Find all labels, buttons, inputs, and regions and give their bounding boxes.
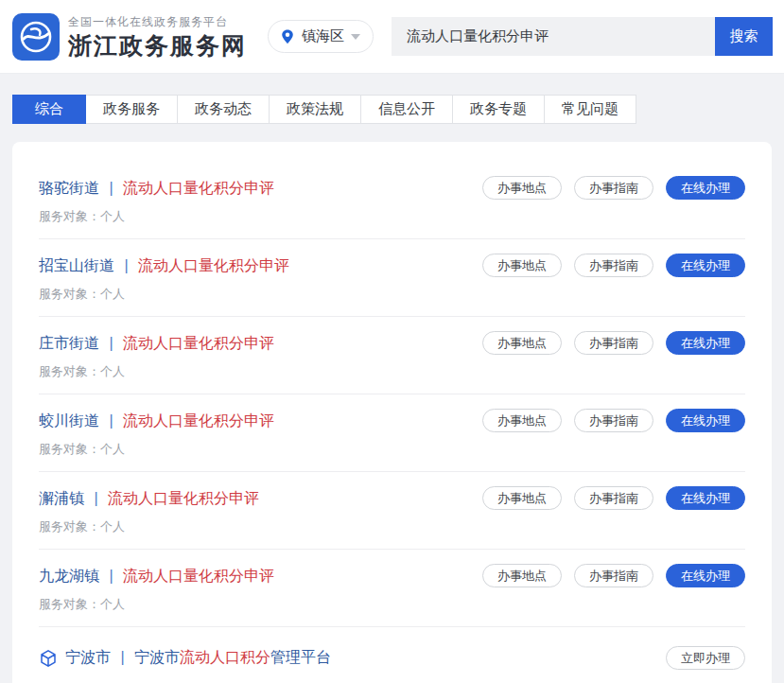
tab-government-news[interactable]: 政务动态 <box>177 95 270 124</box>
result-row: 庄市街道 | 流动人口量化积分申评 办事地点 办事指南 在线办理 服务对象：个人 <box>39 317 745 394</box>
service-name[interactable]: 流动人口量化积分申评 <box>108 490 259 506</box>
result-title-link[interactable]: 庄市街道 | 流动人口量化积分申评 <box>39 333 274 354</box>
title-separator: | <box>109 180 113 196</box>
site-header: 全国一体化在线政务服务平台 浙江政务服务网 镇海区 搜索 <box>0 0 784 74</box>
platform-row: 宁波市 | 宁波市流动人口积分管理平台 立即办理 <box>39 627 745 683</box>
service-target: 服务对象：个人 <box>39 286 745 303</box>
service-name[interactable]: 流动人口量化积分申评 <box>123 568 274 584</box>
service-guide-button[interactable]: 办事指南 <box>574 331 653 355</box>
service-name[interactable]: 流动人口量化积分申评 <box>123 412 274 429</box>
service-target: 服务对象：个人 <box>39 441 745 458</box>
platform-name-suffix[interactable]: 管理平台 <box>270 649 331 665</box>
service-target-value: 个人 <box>100 287 125 301</box>
result-title-link[interactable]: 招宝山街道 | 流动人口量化积分申评 <box>39 255 289 276</box>
platform-name-highlight[interactable]: 流动人口积分 <box>180 649 270 665</box>
area-name[interactable]: 蛟川街道 <box>39 412 99 429</box>
service-guide-button[interactable]: 办事指南 <box>574 409 653 432</box>
location-pin-icon <box>280 28 295 45</box>
service-guide-button[interactable]: 办事指南 <box>574 254 653 277</box>
service-name[interactable]: 流动人口量化积分申评 <box>123 180 274 196</box>
tab-special-topics[interactable]: 政务专题 <box>452 95 545 124</box>
service-target: 服务对象：个人 <box>39 363 745 380</box>
online-apply-button[interactable]: 在线办理 <box>666 176 745 200</box>
area-name[interactable]: 澥浦镇 <box>39 490 84 506</box>
service-target: 服务对象：个人 <box>39 518 745 535</box>
site-title: 浙江政务服务网 <box>68 33 247 60</box>
platform-name-prefix[interactable]: 宁波市 <box>134 649 180 665</box>
service-location-button[interactable]: 办事地点 <box>482 331 562 355</box>
result-row: 招宝山街道 | 流动人口量化积分申评 办事地点 办事指南 在线办理 服务对象：个… <box>39 239 745 317</box>
service-guide-button[interactable]: 办事指南 <box>574 486 653 510</box>
result-title-link[interactable]: 骆驼街道 | 流动人口量化积分申评 <box>39 178 274 199</box>
location-selector[interactable]: 镇海区 <box>268 20 374 53</box>
result-row: 蛟川街道 | 流动人口量化积分申评 办事地点 办事指南 在线办理 服务对象：个人 <box>39 394 745 472</box>
service-target-label: 服务对象： <box>39 597 100 611</box>
result-title-link[interactable]: 九龙湖镇 | 流动人口量化积分申评 <box>39 566 274 587</box>
tab-information-disclosure[interactable]: 信息公开 <box>360 95 453 124</box>
apply-now-button[interactable]: 立即办理 <box>666 646 745 670</box>
search-results-card: 骆驼街道 | 流动人口量化积分申评 办事地点 办事指南 在线办理 服务对象：个人… <box>12 142 772 683</box>
service-guide-button[interactable]: 办事指南 <box>574 564 653 587</box>
search-button[interactable]: 搜索 <box>715 17 773 56</box>
service-location-button[interactable]: 办事地点 <box>482 564 562 587</box>
result-row: 澥浦镇 | 流动人口量化积分申评 办事地点 办事指南 在线办理 服务对象：个人 <box>39 472 745 550</box>
online-apply-button[interactable]: 在线办理 <box>666 254 745 277</box>
area-name[interactable]: 骆驼街道 <box>39 180 99 196</box>
result-row: 九龙湖镇 | 流动人口量化积分申评 办事地点 办事指南 在线办理 服务对象：个人 <box>39 550 745 627</box>
platform-tagline: 全国一体化在线政务服务平台 <box>68 14 247 30</box>
service-target-label: 服务对象： <box>39 287 100 301</box>
service-guide-button[interactable]: 办事指南 <box>574 176 653 200</box>
title-separator: | <box>120 649 124 665</box>
title-separator: | <box>109 568 113 584</box>
service-name[interactable]: 流动人口量化积分申评 <box>123 335 274 351</box>
platform-city[interactable]: 宁波市 <box>65 649 111 665</box>
area-name[interactable]: 招宝山街道 <box>39 257 114 273</box>
service-location-button[interactable]: 办事地点 <box>482 409 562 432</box>
service-target-label: 服务对象： <box>39 364 100 378</box>
category-tabs: 综合 政务服务 政务动态 政策法规 信息公开 政务专题 常见问题 <box>12 95 772 124</box>
location-name: 镇海区 <box>302 27 344 45</box>
chevron-down-icon <box>351 34 360 40</box>
title-separator: | <box>109 412 113 429</box>
tab-comprehensive[interactable]: 综合 <box>12 95 86 124</box>
service-target-label: 服务对象： <box>39 442 100 456</box>
service-location-button[interactable]: 办事地点 <box>482 486 562 510</box>
search-input[interactable] <box>392 17 715 56</box>
result-title-link[interactable]: 蛟川街道 | 流动人口量化积分申评 <box>39 411 274 431</box>
service-target: 服务对象：个人 <box>39 596 745 613</box>
main-content: 综合 政务服务 政务动态 政策法规 信息公开 政务专题 常见问题 骆驼街道 | … <box>0 74 784 683</box>
title-separator: | <box>94 490 97 506</box>
area-name[interactable]: 庄市街道 <box>39 335 99 351</box>
online-apply-button[interactable]: 在线办理 <box>666 564 745 587</box>
tab-policies-regulations[interactable]: 政策法规 <box>269 95 361 124</box>
site-logo-icon <box>12 13 60 61</box>
online-apply-button[interactable]: 在线办理 <box>666 331 745 355</box>
tab-government-services[interactable]: 政务服务 <box>85 95 178 124</box>
service-target-label: 服务对象： <box>39 209 100 223</box>
service-location-button[interactable]: 办事地点 <box>482 176 562 200</box>
brand-text: 全国一体化在线政务服务平台 浙江政务服务网 <box>68 14 247 60</box>
platform-title-link[interactable]: 宁波市 | 宁波市流动人口积分管理平台 <box>65 648 331 668</box>
service-target-value: 个人 <box>100 364 125 378</box>
search-bar: 搜索 <box>392 17 773 56</box>
title-separator: | <box>124 257 128 273</box>
cube-icon <box>39 649 58 668</box>
tab-faq[interactable]: 常见问题 <box>544 95 636 124</box>
result-title-link[interactable]: 澥浦镇 | 流动人口量化积分申评 <box>39 488 259 509</box>
online-apply-button[interactable]: 在线办理 <box>666 486 745 510</box>
area-name[interactable]: 九龙湖镇 <box>39 568 99 584</box>
service-target: 服务对象：个人 <box>39 208 745 225</box>
service-target-value: 个人 <box>100 209 125 223</box>
title-separator: | <box>109 335 113 351</box>
service-location-button[interactable]: 办事地点 <box>482 254 562 277</box>
service-name[interactable]: 流动人口量化积分申评 <box>138 257 289 273</box>
service-target-value: 个人 <box>100 442 125 456</box>
service-target-value: 个人 <box>100 519 125 534</box>
result-row: 骆驼街道 | 流动人口量化积分申评 办事地点 办事指南 在线办理 服务对象：个人 <box>39 162 745 239</box>
service-target-value: 个人 <box>100 597 125 611</box>
online-apply-button[interactable]: 在线办理 <box>666 409 745 432</box>
service-target-label: 服务对象： <box>39 519 100 534</box>
